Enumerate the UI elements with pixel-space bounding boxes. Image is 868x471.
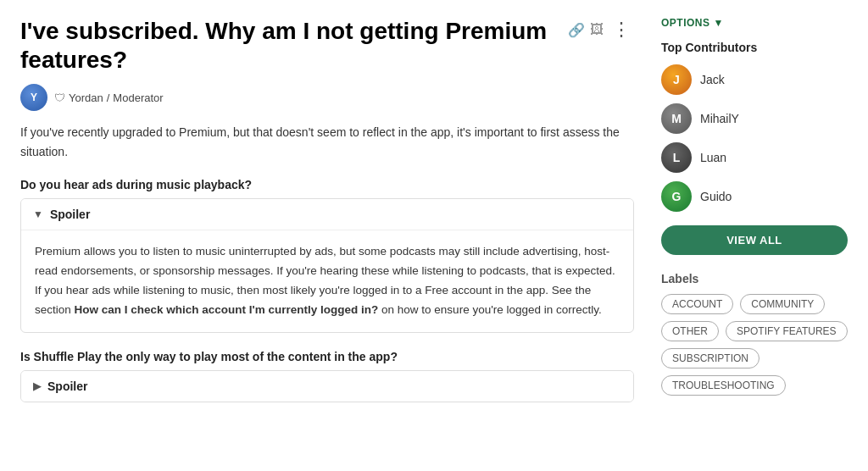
top-contributors-title: Top Contributors (661, 41, 848, 54)
section-2: Is Shuffle Play the only way to play mos… (20, 350, 634, 402)
contributor-name-2: Luan (700, 151, 726, 164)
spoiler-toggle-1[interactable]: ▼ Spoiler (21, 199, 633, 230)
contributor-item-1: M MihailY (661, 103, 848, 134)
more-options-button[interactable]: ⋮ (609, 20, 634, 39)
contributor-name-3: Guido (700, 190, 732, 203)
main-content: I've subscribed. Why am I not getting Pr… (20, 17, 634, 419)
labels-title: Labels (661, 272, 848, 285)
page-title: I've subscribed. Why am I not getting Pr… (20, 17, 561, 74)
section-1-question: Do you hear ads during music playback? (20, 178, 634, 191)
author-row: Y 🛡 Yordan / Moderator (20, 84, 634, 111)
contributor-name-1: MihailY (700, 112, 739, 125)
author-name: Yordan (69, 91, 103, 104)
intro-text: If you've recently upgraded to Premium, … (20, 123, 634, 161)
link-icon: 🔗 (568, 22, 585, 38)
author-role: Moderator (113, 91, 163, 104)
page-layout: I've subscribed. Why am I not getting Pr… (0, 0, 868, 436)
sidebar: OPTIONS ▼ Top Contributors J Jack M Miha… (661, 17, 848, 419)
contributor-item-2: L Luan (661, 142, 848, 173)
section-2-question: Is Shuffle Play the only way to play mos… (20, 350, 634, 363)
spoiler-box-2: ▶ Spoiler (20, 370, 634, 402)
options-label: OPTIONS (661, 17, 710, 29)
contributor-name-0: Jack (700, 73, 725, 86)
title-icons-row: 🔗 🖼 ⋮ (568, 17, 634, 39)
spoiler-arrow-1: ▼ (33, 208, 43, 220)
spoiler-content-1: Premium allows you to listen to music un… (21, 230, 633, 332)
label-spotify-features[interactable]: SPOTIFY FEATURES (726, 321, 848, 341)
spoiler-box-1: ▼ Spoiler Premium allows you to listen t… (20, 198, 634, 333)
image-icon: 🖼 (590, 22, 604, 37)
contributor-list: J Jack M MihailY L Luan G Guido (661, 64, 848, 212)
label-troubleshooting[interactable]: TROUBLESHOOTING (661, 375, 786, 396)
moderator-icon: 🛡 (54, 91, 65, 104)
author-separator: / (107, 91, 110, 104)
label-other[interactable]: OTHER (661, 321, 719, 341)
author-avatar: Y (20, 84, 47, 111)
spoiler-arrow-2: ▶ (33, 380, 41, 392)
spoiler-label-2: Spoiler (47, 380, 87, 393)
label-subscription[interactable]: SUBSCRIPTION (661, 348, 760, 368)
author-info: 🛡 Yordan / Moderator (54, 91, 164, 104)
contributor-avatar-3: G (661, 181, 692, 212)
spoiler-label-1: Spoiler (50, 208, 90, 221)
contributor-avatar-1: M (661, 103, 692, 134)
title-row: I've subscribed. Why am I not getting Pr… (20, 17, 634, 74)
section-1: Do you hear ads during music playback? ▼… (20, 178, 634, 333)
spoiler-toggle-2[interactable]: ▶ Spoiler (21, 371, 633, 402)
spoiler-text-1c: on how to ensure you're logged in correc… (378, 303, 601, 316)
options-arrow: ▼ (714, 17, 724, 29)
options-link[interactable]: OPTIONS ▼ (661, 17, 848, 29)
contributor-avatar-0: J (661, 64, 692, 95)
contributor-avatar-2: L (661, 142, 692, 173)
label-community[interactable]: COMMUNITY (740, 294, 825, 314)
labels-container: ACCOUNT COMMUNITY OTHER SPOTIFY FEATURES… (661, 294, 848, 396)
view-all-button[interactable]: VIEW ALL (661, 225, 848, 255)
contributor-item-0: J Jack (661, 64, 848, 95)
label-account[interactable]: ACCOUNT (661, 294, 733, 314)
contributor-item-3: G Guido (661, 181, 848, 212)
spoiler-text-bold: How can I check which account I'm curren… (75, 303, 379, 316)
